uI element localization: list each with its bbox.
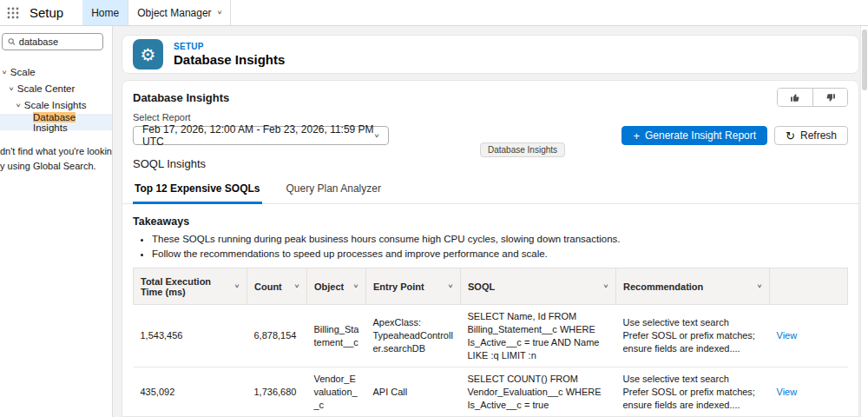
takeaways-heading: Takeaways [133,215,848,228]
search-icon [8,37,16,46]
vertical-scrollbar[interactable] [860,26,868,417]
refresh-button[interactable]: ↻ Refresh [774,126,848,145]
cell-entry-point: API Call [366,367,461,417]
tab-top-12-expensive-soqls[interactable]: Top 12 Expensive SOQLs [133,179,262,204]
search-input[interactable] [19,36,97,47]
feedback-button-group [777,88,848,107]
view-link[interactable]: View [777,387,798,397]
recommendation-title: Use selective text search [623,316,763,329]
panel-header: Database Insights [133,81,848,107]
table-row: 435,092 1,736,680 Vendor_Evaluation__c A… [134,367,848,417]
sidebar-item-label: Database Insights [33,112,112,133]
takeaway-item: Follow the recommendations to speed up p… [152,248,848,259]
tab-object-manager[interactable]: Object Manager ∨ [128,0,231,25]
scrollbar-thumb[interactable] [862,30,867,90]
cell-soql: SELECT COUNT() FROM Vendor_Evaluation__c… [461,367,616,417]
thumbs-down-button[interactable] [812,89,847,106]
column-header-total-execution-time[interactable]: Total Execution Time (ms)∨ [134,268,247,305]
view-link[interactable]: View [777,330,798,341]
top-bar: Setup Home Object Manager ∨ [0,0,868,26]
chevron-down-icon[interactable]: ∨ [353,283,359,289]
cell-recommendation: Use selective text search Prefer SOSL or… [616,305,770,367]
sidebar-item-label: Scale Center [17,83,75,94]
recommendation-title: Use selective text search [623,373,763,386]
generate-insight-report-button[interactable]: + Generate Insight Report [621,126,767,145]
table-header-row: Total Execution Time (ms)∨ Count∨ Object… [134,268,848,305]
recommendation-body: Prefer SOSL or prefix matches; ensure fi… [623,329,763,355]
sidebar-item-scale-center[interactable]: ∨ Scale Center [0,81,112,96]
chevron-down-icon[interactable]: ∨ [234,283,240,289]
takeaway-item: These SOQLs running during peak business… [152,234,848,244]
chevron-down-icon[interactable]: ∨ [448,283,454,289]
column-header-soql[interactable]: SOQL∨ [461,268,616,305]
report-select[interactable]: Feb 17, 2026, 12:00 AM - Feb 23, 2026, 1… [133,126,389,145]
cell-count: 6,878,154 [247,305,307,367]
select-report-label: Select Report [133,112,389,122]
tab-query-plan-analyzer[interactable]: Query Plan Analyzer [285,179,383,204]
chevron-down-icon[interactable]: ∨ [603,283,609,289]
column-header-object[interactable]: Object∨ [307,268,366,305]
main-content: ⚙ SETUP Database Insights Database Insig… [113,26,868,417]
chevron-down-icon: ∨ [216,10,222,16]
database-insights-badge: Database Insights [480,142,565,157]
plus-icon: + [633,130,640,142]
app-launcher-icon[interactable] [0,0,26,25]
chevron-down-icon[interactable]: ∨ [757,283,763,289]
search-match-highlight: Database [33,112,76,122]
cell-count: 1,736,680 [247,367,307,417]
column-label: Total Execution Time (ms) [141,276,231,297]
report-select-value: Feb 17, 2026, 12:00 AM - Feb 23, 2026, 1… [142,123,374,148]
column-header-actions [770,268,848,305]
soql-insights-heading: SOQL Insights [133,157,848,170]
refresh-icon: ↻ [786,130,795,142]
soql-insights-tabs: Top 12 Expensive SOQLs Query Plan Analyz… [122,179,858,204]
tab-home[interactable]: Home [82,0,128,25]
tab-object-manager-label: Object Manager [137,7,211,19]
column-header-count[interactable]: Count∨ [247,268,307,305]
setup-sidebar: ∨ Scale ∨ Scale Center ∨ Scale Insights … [0,26,113,417]
tab-home-label: Home [91,7,119,19]
column-label: SOQL [468,281,495,292]
footer-line-1: dn't find what you're looking for? [0,144,112,159]
column-label: Object [314,281,344,292]
sidebar-footer-text: dn't find what you're looking for? y usi… [0,144,112,174]
report-controls: Select Report Feb 17, 2026, 12:00 AM - F… [133,112,848,145]
sidebar-item-scale[interactable]: ∨ Scale [0,64,112,80]
banner-text: SETUP Database Insights [174,42,285,67]
sidebar-item-scale-insights[interactable]: ∨ Scale Insights [0,97,112,113]
app-title: Setup [26,5,82,20]
cell-actions: View [770,367,848,417]
gear-glyph: ⚙ [141,46,156,63]
thumbs-up-icon [790,92,801,103]
cell-recommendation: Use selective text search Prefer SOSL or… [616,367,770,417]
column-header-entry-point[interactable]: Entry Point∨ [366,268,461,305]
cell-entry-point: ApexClass: TypeaheadController.searchDB [366,305,461,367]
column-header-recommendation[interactable]: Recommendation∨ [616,268,770,305]
panel-title: Database Insights [133,91,229,104]
sidebar-item-label-rest: Insights [33,122,68,133]
thumbs-down-icon [825,92,836,103]
recommendation-body: Prefer SOSL or prefix matches; ensure fi… [623,386,763,412]
table-body: 1,543,456 6,878,154 Billing_Statement__c… [134,305,848,417]
page-title: Database Insights [174,52,285,67]
expensive-soqls-table: Total Execution Time (ms)∨ Count∨ Object… [133,268,848,417]
report-select-group: Select Report Feb 17, 2026, 12:00 AM - F… [133,112,389,145]
sidebar-item-label: Scale Insights [24,100,87,110]
cell-object: Billing_Statement__c [307,305,366,367]
column-label: Count [254,281,282,292]
thumbs-up-button[interactable] [778,89,812,106]
sidebar-search[interactable] [2,33,103,50]
action-buttons: + Generate Insight Report ↻ Refresh [621,126,848,145]
cell-soql: SELECT Name, Id FROM Billing_Statement__… [461,305,616,367]
chevron-down-icon[interactable]: ∨ [294,283,300,289]
cell-total-execution-time: 1,543,456 [134,305,247,367]
sidebar-item-database-insights[interactable]: Database Insights [0,114,112,130]
generate-button-label: Generate Insight Report [645,129,756,142]
breadcrumb: SETUP [174,42,285,51]
setup-tree: ∨ Scale ∨ Scale Center ∨ Scale Insights … [0,64,112,130]
chevron-down-icon: ∨ [1,70,7,76]
sidebar-item-label: Scale [10,67,36,77]
refresh-button-label: Refresh [800,129,837,142]
chevron-down-icon: ∨ [374,133,380,139]
table-row: 1,543,456 6,878,154 Billing_Statement__c… [134,305,848,367]
